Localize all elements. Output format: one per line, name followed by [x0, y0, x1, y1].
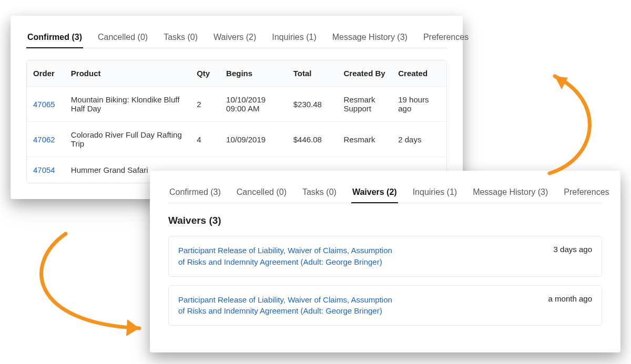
- cell-total: $446.08: [287, 122, 338, 157]
- svg-marker-1: [126, 319, 139, 336]
- col-header-total: Total: [287, 60, 338, 87]
- table-row: 47065 Mountain Biking: Klondike Bluff Ha…: [27, 87, 446, 122]
- cell-created: 2 days: [392, 122, 446, 157]
- cell-product: Colorado River Full Day Rafting Trip: [65, 122, 190, 157]
- tab-cancelled[interactable]: Cancelled (0): [97, 30, 149, 48]
- tabs-bar: Confirmed (3) Cancelled (0) Tasks (0) Wa…: [168, 185, 602, 203]
- waiver-link[interactable]: Participant Release of Liability, Waiver…: [178, 294, 399, 317]
- tab-waivers[interactable]: Waivers (2): [351, 185, 398, 203]
- col-header-created-by: Created By: [337, 60, 392, 87]
- cell-begins: 10/10/2019 09:00 AM: [220, 87, 287, 122]
- col-header-created: Created: [392, 60, 446, 87]
- waiver-item: Participant Release of Liability, Waiver…: [168, 285, 602, 326]
- tab-confirmed[interactable]: Confirmed (3): [26, 30, 83, 48]
- cell-created: 19 hours ago: [392, 87, 446, 122]
- svg-marker-0: [555, 76, 568, 89]
- col-header-order: Order: [27, 60, 65, 87]
- tab-message-history[interactable]: Message History (3): [331, 30, 409, 48]
- tab-preferences[interactable]: Preferences: [422, 30, 470, 48]
- col-header-qty: Qty: [190, 60, 220, 87]
- table-row: 47062 Colorado River Full Day Rafting Tr…: [27, 122, 446, 157]
- tabs-bar: Confirmed (3) Cancelled (0) Tasks (0) Wa…: [26, 30, 447, 48]
- tab-inquiries[interactable]: Inquiries (1): [412, 185, 458, 203]
- waivers-title: Waivers (3): [168, 215, 602, 226]
- orders-table: Order Product Qty Begins Total Created B…: [26, 60, 447, 183]
- waiver-time: 3 days ago: [554, 245, 592, 254]
- waiver-item: Participant Release of Liability, Waiver…: [168, 236, 602, 277]
- cell-qty: 4: [190, 122, 220, 157]
- cell-created-by: Resmark: [337, 122, 392, 157]
- tab-cancelled[interactable]: Cancelled (0): [236, 185, 288, 203]
- cell-begins: 10/09/2019: [220, 122, 287, 157]
- cell-qty: 2: [190, 87, 220, 122]
- arrow-icon: [21, 226, 168, 352]
- arrow-icon: [463, 58, 620, 189]
- order-link[interactable]: 47054: [33, 165, 55, 174]
- waiver-link[interactable]: Participant Release of Liability, Waiver…: [178, 245, 399, 268]
- waivers-card: Confirmed (3) Cancelled (0) Tasks (0) Wa…: [150, 171, 620, 352]
- col-header-product: Product: [65, 60, 190, 87]
- tab-message-history[interactable]: Message History (3): [472, 185, 549, 203]
- tab-waivers[interactable]: Waivers (2): [212, 30, 257, 48]
- tab-tasks[interactable]: Tasks (0): [162, 30, 199, 48]
- tab-inquiries[interactable]: Inquiries (1): [271, 30, 317, 48]
- col-header-begins: Begins: [220, 60, 287, 87]
- cell-created-by: Resmark Support: [337, 87, 392, 122]
- waiver-time: a month ago: [548, 294, 592, 303]
- cell-total: $230.48: [287, 87, 338, 122]
- tab-preferences[interactable]: Preferences: [563, 185, 610, 203]
- tab-confirmed[interactable]: Confirmed (3): [168, 185, 222, 203]
- tab-tasks[interactable]: Tasks (0): [301, 185, 338, 203]
- order-link[interactable]: 47062: [33, 135, 55, 144]
- cell-product: Mountain Biking: Klondike Bluff Half Day: [65, 87, 190, 122]
- order-link[interactable]: 47065: [33, 100, 55, 109]
